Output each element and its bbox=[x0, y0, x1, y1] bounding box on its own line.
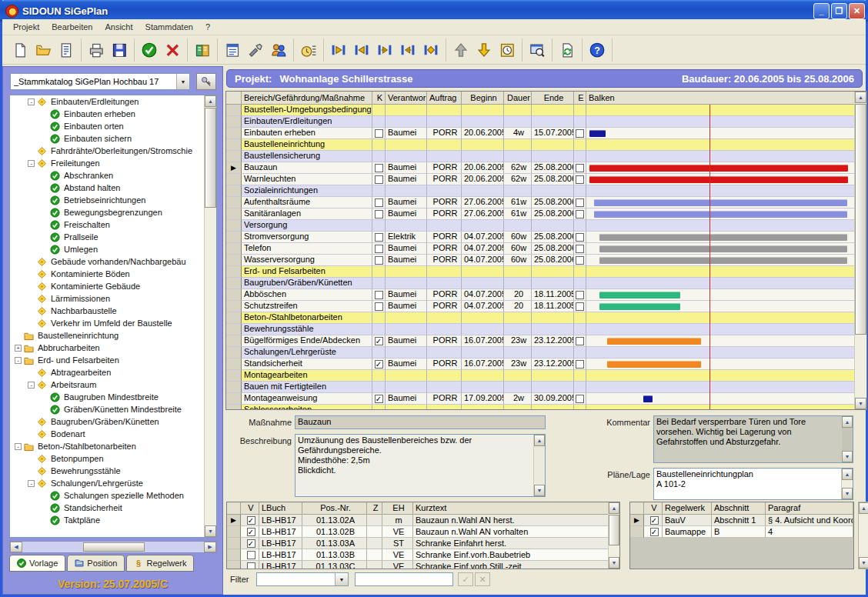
k-checkbox-cell[interactable] bbox=[372, 128, 386, 139]
column-header-v[interactable]: V bbox=[241, 502, 259, 515]
row-selector[interactable] bbox=[226, 208, 242, 220]
v-checkbox-cell[interactable]: ✓ bbox=[241, 526, 259, 538]
e-checkbox-cell[interactable] bbox=[574, 335, 586, 347]
scroll-up-icon[interactable]: ▲ bbox=[609, 502, 619, 514]
collapse-icon[interactable]: - bbox=[28, 480, 35, 487]
chevron-down-icon[interactable]: ▼ bbox=[335, 573, 348, 585]
calendar-clock-button[interactable] bbox=[496, 39, 519, 61]
checkbox[interactable] bbox=[375, 302, 383, 311]
row-selector[interactable] bbox=[227, 538, 241, 549]
gantt-section-row[interactable]: Baustelleneinrichtung bbox=[226, 139, 855, 151]
filter-dropdown[interactable]: ▼ bbox=[256, 572, 349, 586]
row-selector[interactable] bbox=[226, 220, 242, 232]
checkbox-checked[interactable]: ✓ bbox=[375, 337, 383, 345]
gantt-task-row[interactable]: WarnleuchtenBaumeiPORR20.06.200562w25.08… bbox=[226, 174, 855, 185]
checkbox[interactable] bbox=[375, 198, 383, 207]
tree-item[interactable]: -Erd- und Felsarbeiten bbox=[10, 354, 204, 366]
row-selector[interactable] bbox=[226, 139, 242, 151]
tree-item[interactable]: +Abbrucharbeiten bbox=[10, 342, 204, 354]
catalog-search-button[interactable] bbox=[196, 73, 216, 90]
k-checkbox-cell[interactable] bbox=[372, 301, 386, 312]
scroll-up-icon[interactable]: ▲ bbox=[842, 469, 853, 480]
row-selector[interactable]: ▶ bbox=[227, 515, 241, 526]
gantt-task-row[interactable]: SchutzstreifenBaumeiPORR04.07.20052018.1… bbox=[226, 301, 855, 312]
tree-item[interactable]: Taktpläne bbox=[10, 514, 204, 526]
kommentar-field[interactable]: Bei Bedarf versperrbare Türen und Tore v… bbox=[653, 415, 853, 463]
column-header-e[interactable]: E bbox=[574, 92, 586, 105]
scroll-down-icon[interactable]: ▼ bbox=[842, 488, 853, 499]
collapse-icon[interactable]: - bbox=[28, 160, 35, 167]
k-checkbox-cell[interactable]: ✓ bbox=[372, 335, 386, 347]
tree-item[interactable]: -Beton-/Stahlbetonarbeiten bbox=[10, 440, 204, 452]
row-selector[interactable] bbox=[226, 405, 242, 409]
gantt-task-row[interactable]: StromversorgungElektrikPORR04.07.200560w… bbox=[226, 232, 855, 243]
filter-clear-button[interactable]: ✕ bbox=[475, 572, 490, 586]
right-panel-scrollbar[interactable]: ▲ ▼ bbox=[858, 502, 868, 569]
gantt-task-row[interactable]: Bügelförmiges Ende/Abdecken✓BaumeiPORR16… bbox=[226, 335, 855, 347]
k-checkbox-cell[interactable] bbox=[372, 174, 386, 185]
column-header-posnr[interactable]: Pos.-Nr. bbox=[302, 502, 367, 515]
checkbox[interactable] bbox=[576, 245, 584, 253]
print-preview-button[interactable] bbox=[526, 39, 549, 61]
menu-item-bearbeiten[interactable]: Bearbeiten bbox=[45, 21, 98, 33]
tree-item[interactable]: Einbauten sichern bbox=[10, 132, 204, 145]
tree-item[interactable]: Abtragearbeiten bbox=[10, 366, 204, 379]
e-checkbox-cell[interactable] bbox=[574, 301, 586, 312]
gantt-task-row[interactable]: ▶BauzaunBaumeiPORR20.06.200562w25.08.200… bbox=[226, 162, 855, 174]
gantt-section-row[interactable]: Einbauten/Erdleitungen bbox=[226, 116, 855, 128]
column-header-eh[interactable]: EH bbox=[382, 502, 413, 515]
k-checkbox-cell[interactable] bbox=[372, 197, 386, 208]
gantt-task-row[interactable]: Einbauten erhebenBaumeiPORR20.06.20054w1… bbox=[226, 128, 855, 139]
v-checkbox-cell[interactable]: ✓ bbox=[241, 538, 259, 549]
stopwatch-list-button[interactable] bbox=[297, 39, 320, 61]
scroll-up-icon[interactable]: ▲ bbox=[855, 92, 866, 103]
tree-item[interactable]: Kontaminierte Gebäude bbox=[10, 280, 204, 292]
checkbox-checked[interactable]: ✓ bbox=[247, 516, 255, 525]
bar-move-left-button[interactable] bbox=[373, 39, 396, 61]
refresh-document-button[interactable] bbox=[556, 39, 579, 61]
k-checkbox-cell[interactable] bbox=[372, 162, 386, 174]
e-checkbox-cell[interactable] bbox=[574, 393, 586, 405]
scroll-up-icon[interactable]: ▲ bbox=[205, 95, 216, 107]
row-selector[interactable] bbox=[226, 382, 242, 393]
checkbox[interactable] bbox=[375, 256, 383, 265]
row-selector[interactable] bbox=[226, 232, 242, 243]
scroll-down-icon[interactable]: ▼ bbox=[855, 398, 866, 409]
table-row[interactable]: ✓LB-HB1701.13.03ASTSchranke Einfahrt her… bbox=[227, 538, 608, 549]
collapse-icon[interactable]: - bbox=[15, 443, 22, 450]
gantt-section-row[interactable]: Sozialeinrichtungen bbox=[226, 185, 855, 197]
scroll-up-icon[interactable]: ▲ bbox=[859, 502, 868, 514]
close-button[interactable]: ✕ bbox=[849, 3, 865, 19]
column-header-balken[interactable]: Balken bbox=[586, 92, 855, 105]
e-checkbox-cell[interactable] bbox=[574, 359, 586, 370]
positions-scrollbar[interactable]: ▲ ▼ bbox=[608, 502, 619, 569]
checkbox[interactable] bbox=[375, 129, 383, 138]
column-header-kurztext[interactable]: Kurztext bbox=[413, 502, 608, 515]
row-selector[interactable] bbox=[226, 128, 242, 139]
collapse-icon[interactable]: - bbox=[28, 98, 35, 105]
e-checkbox-cell[interactable] bbox=[574, 208, 586, 220]
tree-item[interactable]: Standsicherheit bbox=[10, 502, 204, 514]
massnahme-field[interactable]: Bauzaun bbox=[295, 415, 546, 429]
row-selector[interactable] bbox=[226, 151, 242, 162]
new-document-button[interactable] bbox=[8, 39, 32, 61]
row-selector[interactable] bbox=[226, 301, 242, 312]
chevron-down-icon[interactable]: ▼ bbox=[176, 74, 189, 89]
row-selector[interactable] bbox=[226, 197, 242, 208]
gantt-section-row[interactable]: Baustellensicherung bbox=[226, 151, 855, 162]
scroll-down-icon[interactable]: ▼ bbox=[842, 451, 853, 462]
tab-position[interactable]: Position bbox=[67, 555, 125, 572]
tree-scrollbar[interactable]: ▲ ▼ bbox=[204, 95, 216, 537]
tree-hscrollbar[interactable]: ◀ ▶ bbox=[9, 541, 217, 553]
checkbox-checked[interactable]: ✓ bbox=[247, 539, 255, 548]
checkbox[interactable] bbox=[375, 164, 383, 172]
checkbox[interactable] bbox=[375, 175, 383, 184]
tree-item[interactable]: Abstand halten bbox=[10, 182, 204, 194]
k-checkbox-cell[interactable] bbox=[372, 243, 386, 255]
tree-item[interactable]: Freischalten bbox=[10, 218, 204, 231]
table-row[interactable]: LB-HB1701.13.03CVESchranke Einf.vorb.Sti… bbox=[227, 561, 608, 569]
tree-item[interactable]: Nachbarbaustelle bbox=[10, 305, 204, 317]
k-checkbox-cell[interactable]: ✓ bbox=[372, 359, 386, 370]
checkbox[interactable] bbox=[576, 210, 584, 218]
scroll-down-icon[interactable]: ▼ bbox=[205, 525, 216, 537]
